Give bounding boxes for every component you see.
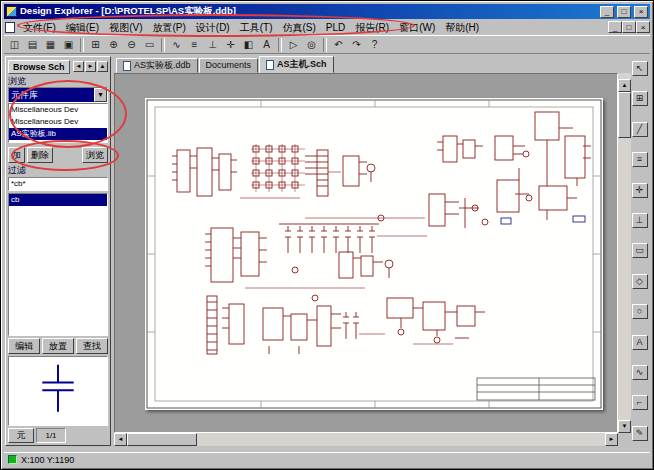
wire-tool-icon[interactable]: ╱ (632, 122, 648, 137)
edit-button[interactable]: 编辑 (8, 338, 40, 354)
text-tool-icon[interactable]: A (632, 335, 648, 350)
diode-tool-icon[interactable]: ◇ (632, 274, 648, 289)
place-button[interactable]: 放置 (42, 338, 74, 354)
simulate-icon[interactable]: ▷ (285, 37, 302, 53)
library-list-item[interactable]: Miscellaneous Dev (9, 116, 107, 128)
panels-toggle-icon[interactable]: ◫ (6, 37, 23, 53)
select-arrow-icon[interactable]: ↖ (632, 61, 648, 76)
node-tool-icon[interactable]: ○ (632, 304, 648, 319)
add-library-button[interactable]: 加 (8, 147, 25, 163)
remove-library-button[interactable]: 删除 (27, 147, 53, 163)
filter-label: 过滤 (8, 164, 108, 176)
status-bar: X:100 Y:1190 (4, 452, 650, 466)
scroll-right-icon[interactable]: ► (605, 433, 618, 446)
power-port-icon[interactable]: ⊥ (204, 37, 221, 53)
wire-icon[interactable]: ∿ (168, 37, 185, 53)
zoom-window-icon[interactable]: ⊞ (87, 37, 104, 53)
panel-footer: 元 1/1 (8, 428, 108, 443)
vertical-scroll-thumb[interactable] (618, 92, 631, 138)
tab-label: Documents (206, 59, 252, 72)
menu-view[interactable]: 视图(V) (104, 21, 147, 34)
tab-browse-sch[interactable]: Browse Sch (8, 60, 70, 74)
tab-design-ddb[interactable]: AS实验板.ddb (116, 58, 198, 73)
library-list[interactable]: Miscellaneous Dev Miscellaneous Dev AS实验… (8, 103, 108, 143)
tab-documents[interactable]: Documents (199, 58, 259, 73)
ground-tool-icon[interactable]: ⊥ (632, 213, 648, 228)
undo-icon[interactable]: ↶ (330, 37, 347, 53)
library-type-dropdown[interactable]: 元件库 ▼ (8, 87, 108, 103)
window-title: Design Explorer - [D:\PROTELSP\AS实验板.ddb… (20, 5, 597, 18)
document-workspace: AS实验板.ddb Documents AS主机.Sch (114, 56, 631, 446)
find-button[interactable]: 查找 (76, 338, 108, 354)
zoom-area-icon[interactable]: ⊞ (632, 91, 648, 106)
schematic-drawing (145, 98, 603, 410)
menu-pld[interactable]: PLD (321, 21, 350, 34)
document-icon (123, 61, 131, 71)
menu-design[interactable]: 设计(D) (191, 21, 235, 34)
menu-file[interactable]: 文件(F) (18, 21, 61, 34)
sheet-symbol-tool-icon[interactable]: ⌐ (632, 395, 648, 410)
menu-edit[interactable]: 编辑(E) (61, 21, 104, 34)
net-label-icon[interactable]: A (258, 37, 275, 53)
junction-icon[interactable]: ✛ (222, 37, 239, 53)
menu-place[interactable]: 放置(P) (147, 21, 190, 34)
unit-button[interactable]: 元 (8, 428, 34, 443)
menu-tools[interactable]: 工具(T) (235, 21, 278, 34)
child-close-button[interactable]: × (636, 21, 650, 33)
filter-input[interactable]: *cb* (8, 177, 108, 191)
maximize-button[interactable]: □ (617, 6, 631, 18)
panel-forward-icon[interactable]: ► (85, 61, 96, 72)
library-list-item[interactable]: Miscellaneous Dev (9, 104, 107, 116)
tab-schematic-active[interactable]: AS主机.Sch (259, 56, 334, 73)
resistor-tool-icon[interactable]: ▭ (632, 243, 648, 258)
component-list[interactable]: cb (8, 193, 108, 336)
chevron-down-icon[interactable]: ▼ (94, 88, 107, 102)
edit-pencil-icon[interactable]: ✎ (632, 426, 648, 441)
capacitor-symbol (9, 357, 107, 422)
waveform-tool-icon[interactable]: ∿ (632, 365, 648, 380)
redo-icon[interactable]: ↷ (348, 37, 365, 53)
component-list-item-selected[interactable]: cb (9, 194, 107, 206)
bus-tool-icon[interactable]: ≡ (632, 152, 648, 167)
app-icon (6, 6, 17, 17)
design-explorer-window: Design Explorer - [D:\PROTELSP\AS实验板.ddb… (0, 0, 654, 470)
print-icon[interactable]: ▣ (60, 37, 77, 53)
tab-label: AS主机.Sch (277, 58, 327, 71)
zoom-fit-icon[interactable]: ▭ (141, 37, 158, 53)
schematic-canvas-area[interactable] (114, 73, 618, 433)
toolbar-separator (278, 38, 282, 52)
minimize-button[interactable]: _ (600, 6, 614, 18)
close-button[interactable]: × (634, 6, 648, 18)
part-icon[interactable]: ◧ (240, 37, 257, 53)
save-icon[interactable]: ▦ (42, 37, 59, 53)
probe-icon[interactable]: ◎ (303, 37, 320, 53)
panel-collapse-icon[interactable]: ▲ (97, 61, 108, 72)
library-list-item-selected[interactable]: AS实验板.lib (9, 128, 107, 140)
junction-tool-icon[interactable]: ✛ (632, 183, 648, 198)
panel-header: Browse Sch ◄ ► ▲ (8, 59, 108, 74)
document-tab-bar: AS实验板.ddb Documents AS主机.Sch (114, 56, 631, 73)
open-document-icon[interactable]: ▤ (24, 37, 41, 53)
menu-help[interactable]: 帮助(H) (440, 21, 484, 34)
panel-back-icon[interactable]: ◄ (73, 61, 84, 72)
horizontal-scrollbar[interactable]: ◄ ► (114, 433, 618, 446)
scroll-down-icon[interactable]: ▼ (618, 420, 631, 433)
zoom-out-icon[interactable]: ⊖ (123, 37, 140, 53)
menu-simulate[interactable]: 仿真(S) (277, 21, 320, 34)
bus-icon[interactable]: ≡ (186, 37, 203, 53)
main-toolbar: ◫ ▤ ▦ ▣ ⊞ ⊕ ⊖ ▭ ∿ ≡ ⊥ ✛ ◧ A ▷ ◎ ↶ ↷ ? (4, 35, 650, 54)
menu-reports[interactable]: 报告(R) (350, 21, 394, 34)
scroll-up-icon[interactable]: ▲ (618, 79, 631, 92)
drawing-tool-palette: ↖ ⊞ ╱ ≡ ✛ ⊥ ▭ ◇ ○ A ∿ ⌐ ✎ (631, 61, 648, 441)
scroll-left-icon[interactable]: ◄ (114, 433, 127, 446)
menu-window[interactable]: 窗口(W) (394, 21, 440, 34)
browse-library-button[interactable]: 浏览 (82, 147, 108, 163)
horizontal-scroll-thumb[interactable] (127, 433, 197, 446)
child-minimize-button[interactable]: _ (608, 21, 622, 33)
zoom-in-icon[interactable]: ⊕ (105, 37, 122, 53)
vertical-scrollbar[interactable]: ▲ ▼ (618, 73, 631, 433)
browse-label: 浏览 (8, 75, 108, 87)
help-icon[interactable]: ? (366, 37, 383, 53)
child-restore-button[interactable]: □ (622, 21, 636, 33)
schematic-sheet[interactable] (145, 98, 603, 410)
